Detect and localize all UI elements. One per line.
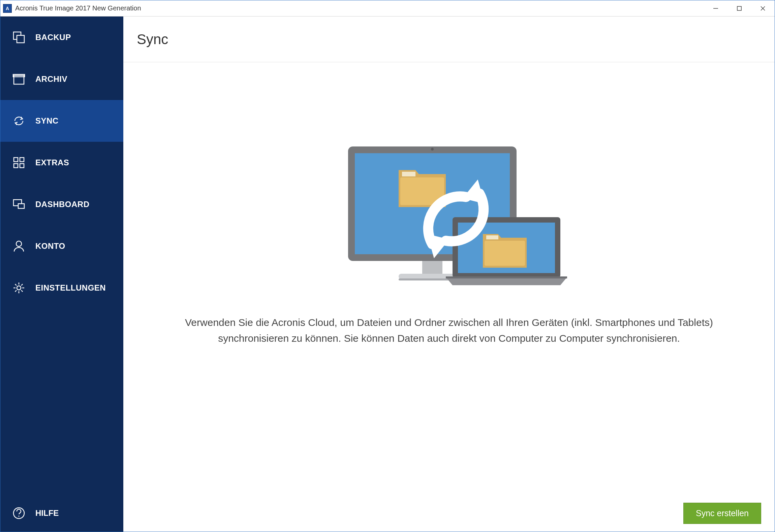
help-icon (12, 506, 26, 520)
svg-rect-8 (14, 158, 18, 162)
app-icon: A (3, 4, 12, 13)
sidebar-item-label: BACKUP (35, 33, 71, 42)
svg-rect-37 (485, 241, 525, 266)
sidebar-item-hilfe[interactable]: HILFE (0, 495, 123, 532)
svg-rect-9 (20, 158, 24, 162)
sync-icon (12, 114, 26, 128)
create-sync-button[interactable]: Sync erstellen (683, 503, 761, 524)
window-controls (704, 0, 775, 16)
svg-line-22 (21, 284, 23, 286)
main-footer: Sync erstellen (123, 495, 775, 532)
close-button[interactable] (751, 0, 775, 16)
svg-point-25 (18, 516, 19, 517)
svg-line-23 (15, 290, 17, 292)
minimize-button[interactable] (704, 0, 727, 16)
sidebar: BACKUP ARCHIV SYNC (0, 16, 123, 532)
sidebar-item-extras[interactable]: EXTRAS (0, 142, 123, 184)
svg-rect-1 (737, 6, 741, 10)
sidebar-item-label: EINSTELLUNGEN (35, 283, 106, 293)
svg-rect-36 (446, 276, 567, 278)
svg-point-28 (431, 148, 434, 151)
main-panel: Sync (123, 16, 775, 532)
backup-icon (12, 30, 26, 44)
sidebar-item-archiv[interactable]: ARCHIV (0, 58, 123, 100)
sidebar-nav: BACKUP ARCHIV SYNC (0, 16, 123, 495)
svg-rect-29 (422, 261, 442, 274)
sync-illustration (331, 140, 567, 288)
sidebar-item-label: EXTRAS (35, 158, 69, 167)
svg-rect-33 (402, 172, 415, 176)
sidebar-item-dashboard[interactable]: DASHBOARD (0, 184, 123, 225)
svg-line-20 (15, 284, 17, 286)
svg-line-21 (21, 290, 23, 292)
extras-icon (12, 156, 26, 170)
maximize-button[interactable] (727, 0, 751, 16)
minimize-icon (713, 5, 719, 11)
sidebar-item-backup[interactable]: BACKUP (0, 16, 123, 58)
sidebar-item-label: ARCHIV (35, 74, 67, 84)
sidebar-item-einstellungen[interactable]: EINSTELLUNGEN (0, 267, 123, 309)
titlebar: A Acronis True Image 2017 New Generation (0, 0, 775, 16)
app-body: BACKUP ARCHIV SYNC (0, 16, 775, 532)
sidebar-item-label: SYNC (35, 116, 59, 126)
settings-icon (12, 281, 26, 295)
page-title: Sync (137, 31, 168, 47)
app-window: A Acronis True Image 2017 New Generation… (0, 0, 775, 532)
svg-rect-13 (18, 204, 24, 208)
dashboard-icon (12, 197, 26, 211)
svg-point-15 (17, 286, 21, 290)
close-icon (760, 5, 766, 11)
sidebar-item-label: HILFE (35, 508, 59, 518)
sidebar-item-sync[interactable]: SYNC (0, 100, 123, 142)
sidebar-item-label: DASHBOARD (35, 200, 90, 209)
account-icon (12, 239, 26, 253)
svg-rect-10 (14, 164, 18, 168)
main-content: Verwenden Sie die Acronis Cloud, um Date… (123, 62, 775, 495)
archive-icon (12, 72, 26, 86)
svg-rect-38 (486, 235, 498, 239)
sync-description: Verwenden Sie die Acronis Cloud, um Date… (156, 315, 742, 346)
main-header: Sync (123, 16, 775, 62)
sidebar-item-label: KONTO (35, 241, 65, 251)
maximize-icon (736, 5, 742, 11)
window-title: Acronis True Image 2017 New Generation (15, 4, 704, 12)
svg-rect-11 (20, 164, 24, 168)
svg-point-14 (16, 241, 22, 246)
svg-rect-5 (17, 35, 24, 43)
sidebar-item-konto[interactable]: KONTO (0, 225, 123, 267)
